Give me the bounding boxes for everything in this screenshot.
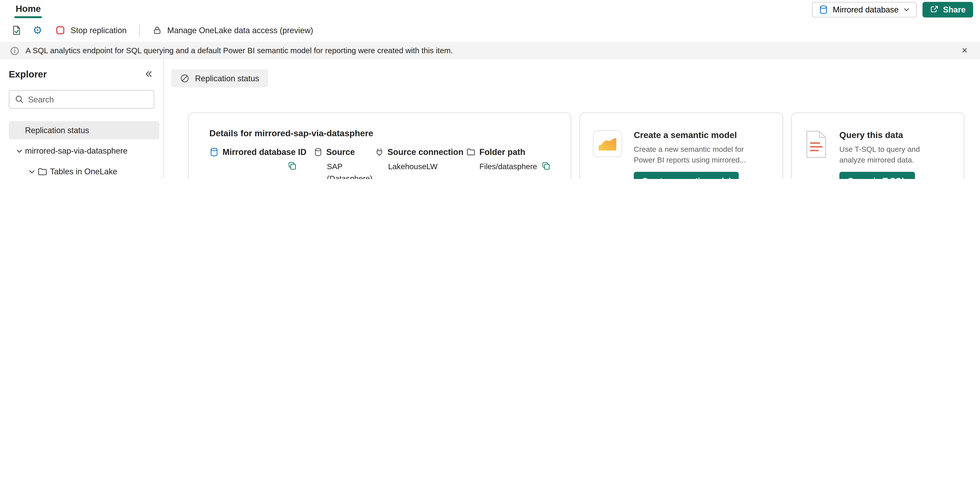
manage-onelake-label: Manage OneLake data access (preview): [167, 25, 313, 35]
onelake-lock-icon: [152, 25, 162, 35]
semantic-model-card: Create a semantic model Create a new sem…: [579, 113, 783, 179]
folder-icon: [37, 167, 48, 176]
chevron-down-icon[interactable]: [27, 168, 36, 175]
field-label: Folder path: [479, 148, 525, 157]
query-document-icon: [804, 130, 828, 179]
tab-home[interactable]: Home: [8, 1, 48, 18]
source-database-icon: [314, 148, 323, 157]
chevron-down-icon: [903, 6, 910, 13]
share-label: Share: [943, 5, 966, 14]
search-input[interactable]: [28, 95, 148, 104]
tab-replication-status[interactable]: Replication status: [171, 69, 268, 87]
copy-icon[interactable]: [288, 161, 297, 170]
search-icon: [15, 95, 24, 104]
sidebar-item-replication-status[interactable]: Replication status: [9, 121, 159, 139]
banner-message: A SQL analytics endpoint for SQL queryin…: [25, 46, 453, 55]
mirrored-database-icon: [209, 148, 219, 157]
query-card-title: Query this data: [840, 130, 927, 140]
plug-icon: [375, 148, 384, 157]
new-query-button[interactable]: [6, 22, 26, 39]
details-card-title: Details for mirrored-sap-via-datasphere: [209, 128, 556, 138]
query-card: Query this data Use T-SQL to query and a…: [791, 113, 964, 179]
stop-replication-label: Stop replication: [71, 25, 127, 35]
field-value: LakehouseLW: [388, 161, 438, 173]
field-value: Files/datasphere: [479, 161, 537, 173]
collapse-sidebar-button[interactable]: [143, 68, 154, 80]
mirrored-database-icon: [819, 5, 828, 14]
toolbar-divider: [139, 24, 140, 37]
share-button[interactable]: Share: [922, 2, 973, 17]
stop-icon: [56, 25, 65, 35]
document-icon: [11, 25, 22, 36]
explorer-tree: Replication status mirrored-sap-via-data…: [0, 121, 163, 179]
field-label: Source: [326, 148, 355, 157]
double-chevron-left-icon: [144, 69, 153, 79]
item-type-label: Mirrored database: [833, 5, 899, 14]
field-folder-path: Folder path Files/datasphere: [466, 148, 551, 179]
app-root: Home Mirrored database Share: [0, 0, 980, 179]
field-value-secondary: (Datasphere): [327, 173, 375, 179]
field-mirrored-database-id: Mirrored database ID: [209, 148, 314, 179]
main-content: Replication status Details for mirrored-…: [164, 59, 980, 179]
sidebar-item-tables-in-onelake[interactable]: Tables in OneLake: [9, 162, 159, 179]
gear-icon: ⚙: [33, 25, 42, 36]
field-value: SAP: [327, 161, 375, 173]
field-source: Source SAP (Datasphere): [314, 148, 375, 179]
copy-icon[interactable]: [541, 161, 551, 170]
stop-replication-button[interactable]: Stop replication: [49, 22, 134, 39]
item-type-dropdown[interactable]: Mirrored database: [812, 2, 917, 17]
folder-icon: [466, 148, 476, 157]
details-card: Details for mirrored-sap-via-datasphere …: [188, 113, 571, 179]
info-banner: A SQL analytics endpoint for SQL queryin…: [0, 42, 980, 59]
semantic-card-title: Create a semantic model: [634, 130, 746, 140]
create-semantic-model-button[interactable]: Create semantic model: [634, 172, 739, 179]
field-label: Source connection: [388, 148, 463, 157]
page-tab-label: Replication status: [195, 74, 259, 83]
ribbon-toolbar: ⚙ Stop replication Manage OneLake data a…: [0, 19, 980, 42]
replication-icon: [180, 74, 189, 83]
top-bar: Home Mirrored database Share: [0, 0, 980, 19]
info-icon: [10, 46, 19, 55]
field-label: Mirrored database ID: [223, 148, 307, 157]
home-tab-label: Home: [16, 4, 41, 14]
semantic-model-icon: [592, 130, 622, 179]
settings-button[interactable]: ⚙: [27, 22, 48, 39]
share-icon: [930, 5, 939, 14]
field-source-connection: Source connection LakehouseLW: [375, 148, 466, 179]
manage-onelake-button[interactable]: Manage OneLake data access (preview): [145, 22, 320, 39]
sidebar-item-mirrored-database[interactable]: mirrored-sap-via-datasphere: [9, 142, 159, 160]
sidebar-search: [9, 90, 154, 109]
explorer-sidebar: Explorer Replication status: [0, 59, 164, 179]
explorer-title: Explorer: [9, 69, 47, 79]
close-icon[interactable]: ×: [959, 44, 970, 57]
semantic-card-description: Create a new semantic model for Power BI…: [634, 144, 746, 165]
query-card-description: Use T-SQL to query and analyze mirrored …: [840, 144, 927, 165]
query-in-tsql-button[interactable]: Query in T-SQL: [840, 172, 915, 179]
chevron-down-icon[interactable]: [15, 147, 24, 155]
